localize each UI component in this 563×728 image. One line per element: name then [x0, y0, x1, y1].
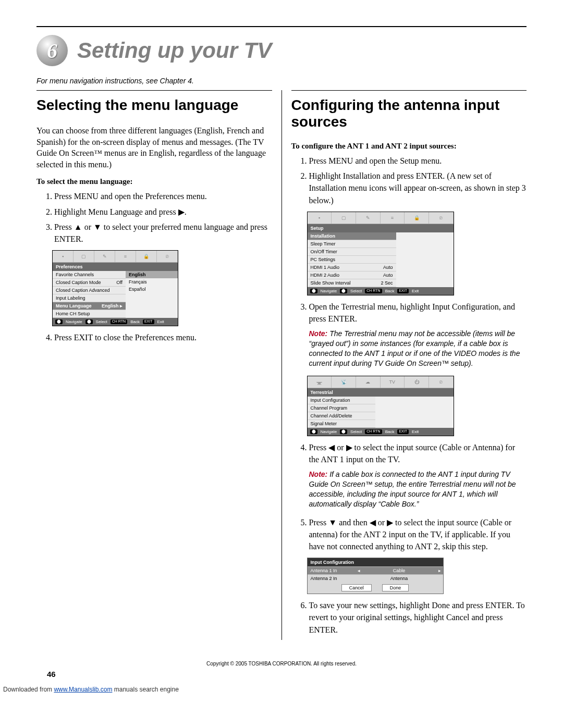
- menu-row: Channel Add/Delete: [308, 412, 375, 420]
- osd-tab-icon: ▢: [74, 251, 94, 262]
- right-step-2: Highlight Installation and press ENTER. …: [309, 170, 527, 206]
- right-arrow-icon: ▶: [346, 443, 352, 452]
- osd-tab-icon: ⎚: [429, 376, 454, 388]
- right-steps-cont4: To save your new settings, highlight Don…: [291, 599, 527, 636]
- right-column: Configuring the antenna input sources To…: [282, 90, 527, 640]
- chapter-header: 6 Setting up your TV: [0, 27, 563, 66]
- right-sub-heading: To configure the ANT 1 and ANT 2 input s…: [291, 142, 527, 151]
- right-arrow-icon: ▶: [178, 207, 185, 216]
- page-number: 46: [0, 667, 563, 678]
- left-intro-paragraph: You can choose from three different lang…: [36, 125, 272, 170]
- menu-row: Favorite Channels: [53, 271, 126, 279]
- menu-row: Closed Caption ModeOff: [53, 279, 126, 287]
- osd-tab-icon: ⎚: [157, 251, 178, 262]
- right-steps-cont3: Press ▼ and then ◀ or ▶ to select the in…: [291, 516, 527, 553]
- right-steps: Press MENU and open the Setup menu. High…: [291, 155, 527, 206]
- language-option: English: [126, 271, 178, 278]
- osd-tab-icon: TV: [381, 376, 405, 388]
- left-arrow-icon: ◂: [358, 568, 360, 573]
- note-2: Note: If a cable box is connected to the…: [309, 470, 527, 509]
- osd-tab-icon: 🔒: [136, 251, 157, 262]
- menu-row: Installation: [308, 232, 396, 240]
- right-step-6: To save your new settings, highlight Don…: [309, 599, 527, 636]
- osd-tab-icon: 🔒: [405, 212, 429, 224]
- osd-tab-icon: ⎚: [429, 212, 454, 224]
- left-steps-cont: Press EXIT to close the Preferences menu…: [36, 331, 272, 343]
- left-step-4: Press EXIT to close the Preferences menu…: [54, 331, 272, 343]
- left-arrow-icon: ◀: [370, 518, 376, 527]
- right-arrow-icon: ▸: [438, 568, 441, 573]
- section-heading-left: Selecting the menu language: [36, 97, 272, 114]
- down-arrow-icon: ▼: [93, 223, 102, 231]
- menu-row: HDMI 1 AudioAuto: [308, 264, 396, 272]
- section-heading-right: Configuring the antenna input sources: [291, 97, 527, 130]
- osd-tab-icon: ☁: [356, 376, 381, 388]
- osd-tab-icon: ≡: [381, 212, 405, 224]
- osd-panel-title: Preferences: [53, 263, 178, 271]
- menu-row: Sleep Timer: [308, 240, 396, 248]
- preferences-osd: ▪ ▢ ✎ ≡ 🔒 ⎚ Preferences Favorite Channel…: [52, 250, 178, 326]
- setup-osd: ▪ ▢ ✎ ≡ 🔒 ⎚ Setup InstallationSleep Time…: [307, 212, 454, 295]
- menu-row: On/Off Timer: [308, 248, 396, 256]
- right-step-3: Open the Terrestrial menu, highlight Inp…: [309, 301, 527, 325]
- menu-row: Home CH Setup: [53, 310, 126, 318]
- right-steps-cont2: Press ◀ or ▶ to select the input source …: [291, 441, 527, 465]
- language-option: Español: [126, 286, 178, 293]
- menu-row: Channel Program: [308, 404, 375, 412]
- right-step-1: Press MENU and open the Setup menu.: [309, 155, 527, 167]
- chapter-title: Setting up your TV: [77, 38, 272, 63]
- osd-nav-hints: ⬤Navigate⬤SelectCH RTNBackEXITExit: [308, 428, 454, 436]
- note-label: Note:: [309, 470, 328, 478]
- language-option: Français: [126, 278, 178, 286]
- osd-panel-title: Setup: [308, 224, 454, 232]
- right-arrow-icon: ▶: [387, 518, 393, 527]
- menu-row: HDMI 2 AudioAuto: [308, 272, 396, 279]
- inputcfg-row: Antenna 1 In◂Cable▸: [308, 566, 443, 574]
- menu-row: Input Labeling: [53, 294, 126, 302]
- osd-tab-icon: ▢: [332, 212, 356, 224]
- download-footer: Downloaded from www.Manualslib.com manua…: [0, 678, 563, 699]
- up-arrow-icon: ▲: [74, 223, 82, 231]
- manualslib-link[interactable]: www.Manualslib.com: [54, 686, 112, 693]
- terrestrial-osd: ᚘ 📡 ☁ TV ⏻ ⎚ Terrestrial Input Configura…: [307, 376, 454, 436]
- left-sub-heading: To select the menu language:: [36, 177, 272, 186]
- osd-tab-icon: ≡: [115, 251, 136, 262]
- note-1: Note: The Terrestrial menu may not be ac…: [309, 329, 527, 368]
- osd-tab-icon: ᚘ: [308, 376, 332, 388]
- osd-tab-icon: ✎: [94, 251, 115, 262]
- menu-row: PC Settings: [308, 256, 396, 264]
- osd-tab-icon: ⏻: [405, 376, 429, 388]
- cancel-button: Cancel: [341, 584, 372, 591]
- osd-tab-icon: 📡: [332, 376, 356, 388]
- left-step-1: Press MENU and open the Preferences menu…: [54, 190, 272, 202]
- right-steps-cont1: Open the Terrestrial menu, highlight Inp…: [291, 301, 527, 325]
- done-button: Done: [382, 584, 409, 591]
- menu-row: Menu LanguageEnglish ▸: [53, 302, 126, 310]
- menu-row: Closed Caption Advanced: [53, 287, 126, 294]
- left-step-3: Press ▲ or ▼ to select your preferred me…: [54, 221, 272, 245]
- left-column: Selecting the menu language You can choo…: [36, 90, 282, 640]
- copyright-line: Copyright © 2005 TOSHIBA CORPORATION. Al…: [0, 661, 563, 667]
- inputcfg-title: Input Configuration: [308, 558, 443, 566]
- menu-row: Signal Meter: [308, 420, 375, 428]
- osd-panel-title: Terrestrial: [308, 388, 454, 397]
- menu-row: Slide Show Interval2 Sec: [308, 279, 396, 287]
- osd-nav-hints: ⬤Navigate⬤SelectCH RTNBackEXITExit: [308, 287, 454, 295]
- input-configuration-panel: Input Configuration Antenna 1 In◂Cable▸A…: [307, 558, 444, 594]
- left-steps: Press MENU and open the Preferences menu…: [36, 190, 272, 245]
- osd-tab-icon: ▪: [53, 251, 74, 262]
- menu-row: Input Configuration: [308, 397, 375, 404]
- intro-note: For menu navigation instructions, see Ch…: [0, 66, 563, 90]
- right-step-5: Press ▼ and then ◀ or ▶ to select the in…: [309, 516, 527, 553]
- chapter-number-badge: 6: [36, 35, 68, 66]
- osd-tab-icon: ✎: [356, 212, 381, 224]
- left-arrow-icon: ◀: [328, 443, 335, 452]
- note-label: Note:: [309, 329, 328, 338]
- down-arrow-icon: ▼: [328, 518, 337, 527]
- left-step-2: Highlight Menu Language and press ▶.: [54, 206, 272, 218]
- inputcfg-row: Antenna 2 InAntenna: [308, 574, 443, 582]
- osd-nav-hints: ⬤Navigate⬤SelectCH RTNBackEXITExit: [53, 318, 178, 326]
- osd-tab-icon: ▪: [308, 212, 332, 224]
- right-step-4: Press ◀ or ▶ to select the input source …: [309, 441, 527, 465]
